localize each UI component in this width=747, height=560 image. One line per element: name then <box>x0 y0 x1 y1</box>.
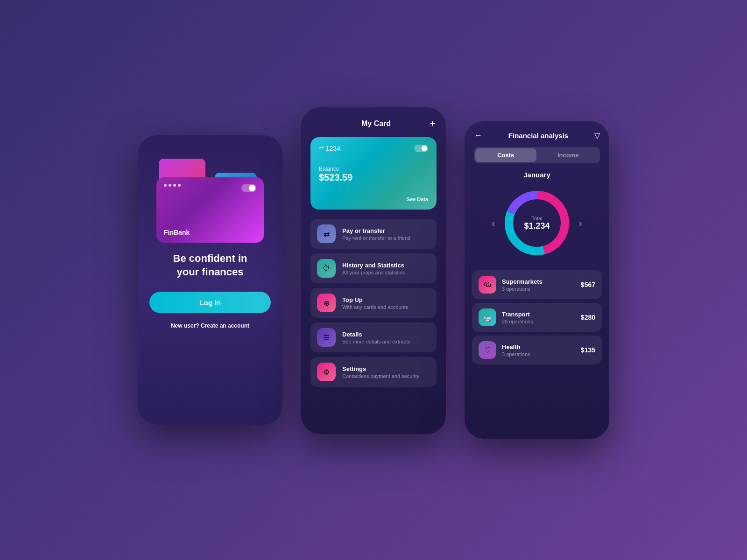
add-card-button[interactable]: + <box>430 118 436 130</box>
menu-sub-details: See more details and extracts <box>342 339 430 344</box>
bank-card-top: ** 1234 <box>319 145 428 152</box>
menu-item-details[interactable]: ☰ Details See more details and extracts <box>310 322 437 352</box>
cost-name-transport: Transport <box>502 311 575 318</box>
topup-icon: ⊕ <box>317 294 336 312</box>
login-tagline: Be confident inyour finances <box>173 252 247 279</box>
card-number: ** 1234 <box>319 145 340 152</box>
prev-month-button[interactable]: ‹ <box>487 213 500 233</box>
menu-title-pay: Pay or transfer <box>342 227 430 234</box>
tab-income[interactable]: Income <box>538 148 599 162</box>
new-user-text: New user? Create an account <box>171 322 249 329</box>
cost-info-transport: Transport 28 operations <box>502 311 575 324</box>
cost-name-health: Health <box>502 343 575 350</box>
menu-sub-pay: Pay rent or transfer to a friend <box>342 235 430 241</box>
menu-item-settings[interactable]: ⚙ Settings Contactless payment and secur… <box>310 357 437 387</box>
donut-section: ‹ Total $1.234 › <box>465 183 609 263</box>
filter-button[interactable]: ▽ <box>594 131 600 140</box>
cost-ops-health: 3 operations <box>502 351 575 357</box>
menu-items: ⇄ Pay or transfer Pay rent or transfer t… <box>310 219 437 387</box>
cost-items: 🛍 Supermarkets 3 operations $567 🚌 Trans… <box>465 270 609 439</box>
menu-title-history: History and Statistics <box>342 262 430 269</box>
history-icon: ⏱ <box>317 259 336 278</box>
card-dot <box>178 184 181 187</box>
next-month-button[interactable]: › <box>574 213 587 233</box>
menu-title-details: Details <box>342 331 430 338</box>
balance-label: Balance <box>319 166 428 172</box>
cost-amount-transport: $280 <box>581 314 595 321</box>
supermarkets-icon: 🛍 <box>479 276 496 294</box>
finance-title: Financial analysis <box>508 132 568 140</box>
menu-item-topup[interactable]: ⊕ Top Up With any cards and accounts <box>310 288 437 318</box>
card-balance: $523.59 <box>319 172 428 183</box>
donut-center: Total $1.234 <box>524 216 550 231</box>
transport-icon: 🚌 <box>479 308 496 326</box>
cost-item-health[interactable]: ♡ Health 3 operations $135 <box>472 336 602 364</box>
menu-text-topup: Top Up With any cards and accounts <box>342 296 430 310</box>
main-card: FinBank <box>156 177 264 243</box>
menu-item-history[interactable]: ⏱ History and Statistics All your props … <box>310 253 437 283</box>
menu-text-details: Details See more details and extracts <box>342 331 430 344</box>
donut-chart: Total $1.234 <box>500 186 574 260</box>
card-visuals: FinBank <box>149 149 271 243</box>
create-account-link[interactable]: Create an account <box>201 322 249 329</box>
month-label: January <box>465 171 609 179</box>
cost-amount-health: $135 <box>581 346 595 354</box>
mycard-header: My Card + <box>301 107 446 137</box>
menu-title-topup: Top Up <box>342 296 430 303</box>
menu-title-settings: Settings <box>342 365 430 372</box>
cost-item-supermarkets[interactable]: 🛍 Supermarkets 3 operations $567 <box>472 270 602 299</box>
cost-amount-supermarkets: $567 <box>581 281 595 288</box>
new-user-label: New user? <box>171 322 199 329</box>
menu-sub-history: All your props and statistics <box>342 270 430 275</box>
see-data-button[interactable]: See Data <box>319 196 428 202</box>
cost-info-health: Health 3 operations <box>502 343 575 357</box>
menu-item-pay[interactable]: ⇄ Pay or transfer Pay rent or transfer t… <box>310 219 437 249</box>
finance-screen: ← Financial analysis ▽ Costs Income Janu… <box>465 121 609 439</box>
card-toggle <box>241 184 256 192</box>
cost-name-supermarkets: Supermarkets <box>502 278 575 285</box>
menu-text-pay: Pay or transfer Pay rent or transfer to … <box>342 227 430 241</box>
tab-costs[interactable]: Costs <box>475 148 536 162</box>
details-icon: ☰ <box>317 328 336 347</box>
bank-card: ** 1234 Balance $523.59 See Data <box>310 137 437 210</box>
card-dot <box>164 184 167 187</box>
donut-total-value: $1.234 <box>524 221 550 231</box>
cost-item-transport[interactable]: 🚌 Transport 28 operations $280 <box>472 303 602 332</box>
brand-label: FinBank <box>164 229 256 236</box>
balance-section: Balance $523.59 <box>319 166 428 183</box>
card-toggle2[interactable] <box>414 145 428 152</box>
menu-text-history: History and Statistics All your props an… <box>342 262 430 275</box>
mycard-screen: My Card + ** 1234 Balance $523.59 See Da… <box>301 107 446 434</box>
pay-transfer-icon: ⇄ <box>317 224 336 243</box>
cost-ops-transport: 28 operations <box>502 319 575 324</box>
card-dot <box>169 184 171 187</box>
back-button[interactable]: ← <box>474 131 482 140</box>
finance-header: ← Financial analysis ▽ <box>465 121 609 147</box>
cost-info-supermarkets: Supermarkets 3 operations <box>502 278 575 292</box>
cost-ops-supermarkets: 3 operations <box>502 286 575 292</box>
health-icon: ♡ <box>479 341 496 359</box>
login-button[interactable]: Log in <box>149 292 271 313</box>
login-screen: FinBank Be confident inyour finances Log… <box>138 135 282 425</box>
menu-sub-settings: Contactless payment and security <box>342 373 430 379</box>
tab-bar: Costs Income <box>474 147 600 163</box>
menu-text-settings: Settings Contactless payment and securit… <box>342 365 430 379</box>
donut-total-label: Total <box>524 216 550 221</box>
menu-sub-topup: With any cards and accounts <box>342 304 430 310</box>
settings-icon: ⚙ <box>317 363 336 381</box>
mycard-title: My Card <box>361 119 391 128</box>
card-dot <box>173 184 176 187</box>
